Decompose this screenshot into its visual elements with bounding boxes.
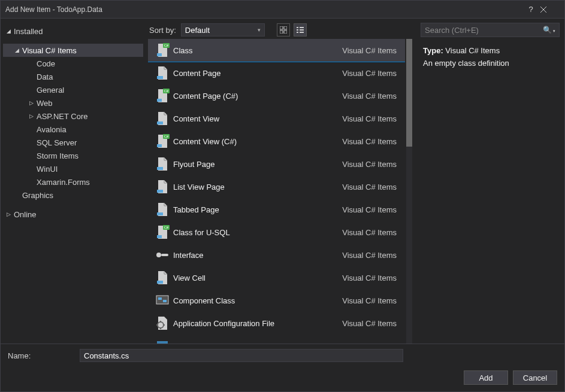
view-list-button[interactable] <box>294 23 307 37</box>
svg-point-29 <box>156 253 161 257</box>
tree-label: Code <box>37 59 55 68</box>
template-name: Component Class <box>173 296 342 305</box>
search-box[interactable]: 🔍▾ <box>421 23 560 37</box>
template-item[interactable]: C#Content Page (C#)Visual C# Items <box>148 84 405 107</box>
svg-rect-3 <box>284 26 287 29</box>
category-tree: Installed Visual C# Items CodeDataGenera… <box>1 19 148 344</box>
list-scrollbar[interactable] <box>405 39 413 344</box>
svg-rect-10 <box>297 32 298 33</box>
add-button[interactable]: Add <box>464 370 508 385</box>
tree-installed[interactable]: Installed <box>3 25 143 38</box>
tiles-icon <box>280 26 287 34</box>
template-name: Content View (C#) <box>173 137 342 146</box>
name-input[interactable] <box>80 349 403 362</box>
svg-rect-34 <box>163 300 167 302</box>
template-name: Flyout Page <box>173 160 342 169</box>
template-item[interactable]: Application Manifest File (WindowsVisual… <box>148 335 405 344</box>
dialog-footer: Name: Add Cancel <box>1 344 564 391</box>
window-title: Add New Item - TodoApp.Data <box>5 5 521 14</box>
search-icon[interactable]: 🔍▾ <box>543 26 555 34</box>
template-item[interactable]: Content PageVisual C# Items <box>148 62 405 84</box>
tree-item[interactable]: Avalonia <box>3 123 143 136</box>
cancel-button[interactable]: Cancel <box>513 370 557 385</box>
close-button[interactable] <box>540 7 560 13</box>
svg-rect-5 <box>284 31 287 34</box>
tree-label: ASP.NET Core <box>37 112 88 121</box>
svg-rect-14 <box>157 53 162 56</box>
template-item[interactable]: Flyout PageVisual C# Items <box>148 153 405 175</box>
template-category: Visual C# Items <box>342 274 397 282</box>
template-name: Application Manifest File (Windows <box>173 342 342 344</box>
sort-value: Default <box>185 26 210 35</box>
template-item[interactable]: List View PageVisual C# Items <box>148 175 405 198</box>
template-item[interactable]: Component ClassVisual C# Items <box>148 289 405 312</box>
name-row: Name: <box>8 349 557 362</box>
svg-rect-31 <box>157 281 163 284</box>
template-item[interactable]: C#Class for U-SQLVisual C# Items <box>148 221 405 244</box>
search-wrap: 🔍▾ <box>416 19 564 39</box>
template-icon: C# <box>152 224 173 240</box>
svg-text:C#: C# <box>164 135 168 138</box>
template-item[interactable]: Content ViewVisual C# Items <box>148 107 405 130</box>
tree-label: General <box>37 86 64 95</box>
tree-item[interactable]: General <box>3 83 143 96</box>
template-icon <box>152 315 173 331</box>
svg-rect-8 <box>297 29 298 31</box>
search-input[interactable] <box>425 26 540 35</box>
help-button[interactable]: ? <box>521 5 540 14</box>
svg-text:C#: C# <box>164 44 168 47</box>
type-row: Type: Visual C# Items <box>423 46 557 55</box>
template-category: Visual C# Items <box>342 228 397 237</box>
template-category: Visual C# Items <box>342 46 397 55</box>
tree-item[interactable]: SQL Server <box>3 136 143 149</box>
template-name: Content View <box>173 114 342 123</box>
tree-arrow-icon <box>28 113 34 119</box>
template-item[interactable]: InterfaceVisual C# Items <box>148 244 405 266</box>
svg-rect-23 <box>157 167 163 170</box>
svg-rect-7 <box>300 27 304 28</box>
svg-rect-19 <box>157 121 163 124</box>
template-item[interactable]: Tabbed PageVisual C# Items <box>148 198 405 221</box>
svg-rect-18 <box>157 99 162 102</box>
scrollbar-thumb[interactable] <box>406 39 412 147</box>
tree-graphics[interactable]: Graphics <box>3 189 143 202</box>
tree-item[interactable]: Web <box>3 96 143 110</box>
info-panel: 🔍▾ Type: Visual C# Items An empty class … <box>416 19 564 344</box>
tree-item[interactable]: ASP.NET Core <box>3 110 143 123</box>
template-icon <box>152 270 173 285</box>
template-icon: C# <box>152 88 173 104</box>
template-item[interactable]: Application Configuration FileVisual C# … <box>148 312 405 335</box>
template-icon <box>152 202 173 217</box>
tree-item[interactable]: WinUI <box>3 162 143 175</box>
svg-rect-9 <box>300 29 304 31</box>
tree-online[interactable]: Online <box>3 208 143 221</box>
tree-csharp-items[interactable]: Visual C# Items <box>3 44 143 57</box>
template-category: Visual C# Items <box>342 205 397 214</box>
title-bar[interactable]: Add New Item - TodoApp.Data ? <box>1 1 564 19</box>
template-category: Visual C# Items <box>342 69 397 78</box>
tree-item[interactable]: Code <box>3 57 143 70</box>
tree-label: Avalonia <box>37 125 67 134</box>
template-item[interactable]: C#Content View (C#)Visual C# Items <box>148 130 405 153</box>
svg-rect-2 <box>280 26 283 29</box>
svg-rect-15 <box>157 76 163 79</box>
template-list: C#ClassVisual C# ItemsContent PageVisual… <box>148 39 405 344</box>
template-category: Visual C# Items <box>342 183 397 192</box>
tree-item[interactable]: Data <box>3 70 143 83</box>
svg-rect-22 <box>157 144 162 147</box>
tree-label: Graphics <box>22 191 53 200</box>
svg-rect-33 <box>158 297 162 300</box>
template-item[interactable]: C#ClassVisual C# Items <box>148 39 405 62</box>
view-tiles-button[interactable] <box>277 23 290 37</box>
svg-text:C#: C# <box>164 226 168 229</box>
template-name: Class for U-SQL <box>173 228 342 237</box>
template-name: Tabbed Page <box>173 205 342 214</box>
tree-item[interactable]: Storm Items <box>3 149 143 162</box>
template-icon <box>152 338 173 344</box>
template-item[interactable]: View CellVisual C# Items <box>148 266 405 289</box>
tree-item[interactable]: Xamarin.Forms <box>3 175 143 189</box>
svg-rect-25 <box>157 212 163 215</box>
sort-dropdown[interactable]: Default ▾ <box>181 23 265 37</box>
template-name: Content Page <box>173 69 342 78</box>
close-icon <box>540 7 546 13</box>
